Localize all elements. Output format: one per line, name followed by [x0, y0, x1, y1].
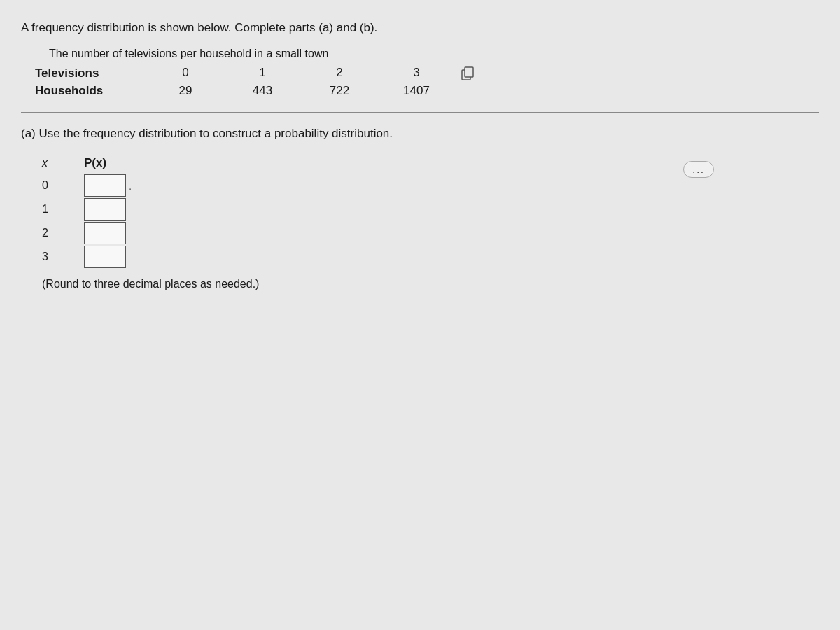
frequency-table: Televisions 0 1 2 3 Households 29 443: [35, 66, 819, 98]
prob-input-1[interactable]: [84, 198, 126, 220]
prob-row-2: 2: [42, 222, 819, 244]
prob-row-3: 3: [42, 246, 819, 268]
households-row: Households 29 443 722 1407: [35, 84, 819, 98]
prob-x-0: 0: [42, 179, 84, 192]
prob-x-3: 3: [42, 251, 84, 263]
tv-val-0: 0: [147, 66, 224, 81]
tv-val-2: 2: [301, 66, 378, 81]
x-header: x: [42, 157, 84, 169]
svg-rect-1: [465, 67, 473, 77]
part-a-text: (a) Use the frequency distribution to co…: [21, 127, 819, 141]
prob-x-2: 2: [42, 227, 84, 239]
televisions-row: Televisions 0 1 2 3: [35, 66, 819, 81]
televisions-label: Televisions: [35, 66, 147, 80]
main-container: A frequency distribution is shown below.…: [0, 0, 840, 630]
prob-input-2[interactable]: [84, 222, 126, 244]
hh-val-0: 29: [147, 84, 224, 98]
round-note: (Round to three decimal places as needed…: [42, 278, 819, 290]
households-values: 29 443 722 1407: [147, 84, 455, 98]
hh-val-3: 1407: [378, 84, 455, 98]
divider: [21, 112, 819, 113]
hh-val-2: 722: [301, 84, 378, 98]
televisions-values: 0 1 2 3: [147, 66, 476, 81]
copy-icon[interactable]: [461, 66, 476, 81]
tv-val-3: 3: [378, 66, 455, 81]
tv-val-1: 1: [224, 66, 301, 81]
dot-after-first: .: [129, 180, 132, 192]
subtitle-text: The number of televisions per household …: [49, 48, 819, 60]
households-label: Households: [35, 84, 147, 98]
more-button[interactable]: ...: [683, 161, 714, 178]
prob-x-1: 1: [42, 203, 84, 216]
hh-val-1: 443: [224, 84, 301, 98]
prob-input-3[interactable]: [84, 246, 126, 268]
prob-input-0[interactable]: [84, 174, 126, 197]
intro-text: A frequency distribution is shown below.…: [21, 21, 819, 35]
prob-row-1: 1: [42, 198, 819, 220]
px-header: P(x): [84, 156, 140, 170]
